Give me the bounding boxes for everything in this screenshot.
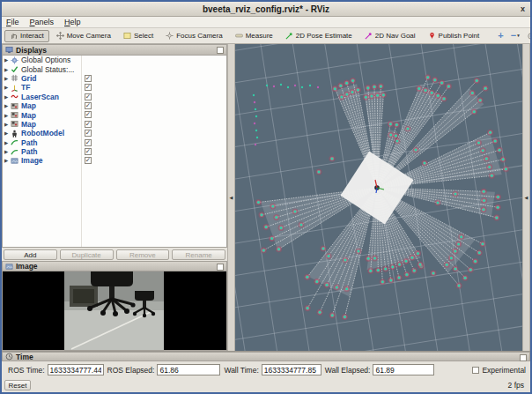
- image-panel-title: Image: [16, 262, 38, 271]
- expand-arrow-icon[interactable]: ▶: [4, 76, 11, 81]
- collapse-right-icon[interactable]: ◀: [525, 195, 528, 200]
- displays-tree: ▶Global Options▶Global Status:...▶Grid✓▶…: [2, 56, 227, 248]
- add-tool-button[interactable]: +: [495, 31, 506, 41]
- time-panel-header[interactable]: Time: [2, 352, 530, 361]
- display-row-label: Path: [21, 138, 37, 147]
- global-options-icon: [11, 56, 18, 64]
- display-enabled-checkbox[interactable]: ✓: [85, 75, 92, 82]
- toolbar: Interact Move Camera Select Focus Camera…: [2, 28, 530, 44]
- display-row-laserscan[interactable]: ▶LaserScan✓: [3, 93, 226, 101]
- display-enabled-checkbox[interactable]: ✓: [85, 139, 92, 146]
- expand-arrow-icon[interactable]: ▶: [4, 130, 11, 136]
- interact-tool-button[interactable]: Interact: [4, 30, 49, 42]
- expand-arrow-icon[interactable]: ▶: [4, 67, 11, 72]
- camera-feed: [2, 271, 227, 351]
- display-row-global-options[interactable]: ▶Global Options: [3, 56, 226, 64]
- nav-goal-tool-button[interactable]: 2D Nav Goal: [359, 30, 421, 42]
- display-row-map[interactable]: ▶Map✓: [3, 120, 226, 129]
- duplicate-button[interactable]: Duplicate: [60, 249, 114, 260]
- display-enabled-checkbox[interactable]: ✓: [85, 84, 92, 91]
- expand-arrow-icon[interactable]: ▶: [4, 149, 11, 154]
- window-title: bveeta_rviz_config.rviz* - RViz: [203, 4, 329, 14]
- display-row-robotmodel[interactable]: ▶RobotModel✓: [3, 129, 226, 138]
- menu-help[interactable]: Help: [64, 18, 81, 26]
- image-panel-header[interactable]: Image: [2, 261, 227, 271]
- image-panel-checkbox[interactable]: [217, 264, 224, 271]
- expand-arrow-icon[interactable]: ▶: [4, 103, 11, 108]
- display-row-label: Grid: [21, 74, 36, 83]
- display-row-label: Path: [21, 147, 37, 156]
- left-column: Displays ▶Global Options▶Global Status:.…: [2, 44, 227, 351]
- fps-indicator: 2 fps: [508, 381, 528, 390]
- minus-icon: −: [511, 31, 516, 41]
- display-enabled-checkbox[interactable]: ✓: [85, 102, 92, 109]
- tool-properties-button[interactable]: ▾: [524, 31, 532, 41]
- 3d-viewport[interactable]: [235, 44, 522, 351]
- laserscan-icon: [11, 93, 18, 100]
- menu-file[interactable]: File: [6, 18, 19, 26]
- display-enabled-checkbox[interactable]: ✓: [85, 93, 92, 100]
- time-field-input-3[interactable]: [373, 364, 434, 375]
- display-row-map[interactable]: ▶Map✓: [3, 101, 226, 110]
- display-enabled-checkbox[interactable]: ✓: [85, 148, 92, 155]
- select-tool-button[interactable]: Select: [118, 30, 159, 42]
- experimental-label: Experimental: [482, 366, 526, 375]
- remove-button[interactable]: Remove: [116, 249, 170, 260]
- display-row-global-status[interactable]: ▶Global Status:...: [3, 64, 226, 73]
- select-box-icon: [123, 32, 131, 40]
- time-field-label: ROS Elapsed:: [107, 366, 155, 375]
- display-row-map[interactable]: ▶Map✓: [3, 110, 226, 119]
- display-row-tf[interactable]: ▶TF✓: [3, 83, 226, 92]
- display-enabled-checkbox[interactable]: ✓: [85, 111, 92, 118]
- close-icon[interactable]: x: [521, 4, 525, 14]
- measure-tool-button[interactable]: Measure: [230, 30, 278, 42]
- path-icon: [11, 148, 18, 156]
- display-row-image[interactable]: ▶Image✓: [3, 156, 226, 165]
- display-row-path[interactable]: ▶Path✓: [3, 147, 226, 156]
- expand-arrow-icon[interactable]: ▶: [4, 158, 11, 163]
- move-camera-tool-button[interactable]: Move Camera: [51, 30, 116, 42]
- rename-button[interactable]: Rename: [172, 249, 225, 260]
- time-field-input-0[interactable]: [48, 364, 104, 375]
- experimental-checkbox[interactable]: [472, 367, 479, 374]
- time-panel-checkbox[interactable]: [520, 354, 527, 361]
- expand-arrow-icon[interactable]: ▶: [4, 122, 11, 127]
- display-enabled-checkbox[interactable]: ✓: [85, 121, 92, 128]
- tf-icon: [11, 84, 18, 92]
- title-bar: bveeta_rviz_config.rviz* - RViz x: [2, 2, 530, 17]
- display-row-grid[interactable]: ▶Grid✓: [3, 74, 226, 83]
- time-field-label: Wall Time:: [224, 366, 258, 375]
- displays-panel-checkbox[interactable]: [217, 47, 224, 54]
- display-enabled-checkbox[interactable]: ✓: [85, 130, 92, 137]
- expand-arrow-icon[interactable]: ▶: [4, 140, 11, 145]
- right-panel-splitter[interactable]: ◀: [522, 44, 530, 351]
- hand-icon: [10, 32, 18, 40]
- displays-panel-header[interactable]: Displays: [2, 44, 227, 56]
- expand-arrow-icon[interactable]: ▶: [4, 85, 11, 90]
- display-row-label: Global Options: [21, 56, 70, 64]
- status-ok-icon: [11, 65, 18, 73]
- display-enabled-checkbox[interactable]: ✓: [85, 157, 92, 164]
- experimental-option: Experimental: [472, 366, 528, 375]
- focus-camera-tool-button[interactable]: Focus Camera: [160, 30, 227, 42]
- remove-tool-button[interactable]: −▾: [508, 31, 522, 41]
- add-button[interactable]: Add: [4, 249, 57, 260]
- status-bar: Reset 2 fps: [2, 377, 530, 392]
- expand-arrow-icon[interactable]: ▶: [4, 57, 11, 63]
- display-row-path[interactable]: ▶Path✓: [3, 138, 226, 147]
- displays-panel-icon: [5, 46, 13, 54]
- expand-arrow-icon[interactable]: ▶: [4, 94, 11, 100]
- grid-icon: [11, 74, 18, 82]
- panel-splitter[interactable]: ◀: [227, 44, 235, 351]
- menu-panels[interactable]: Panels: [30, 18, 55, 26]
- eye-target-icon: [527, 32, 532, 41]
- collapse-left-icon[interactable]: ◀: [230, 195, 233, 200]
- reset-button[interactable]: Reset: [4, 380, 31, 390]
- map-icon: [11, 111, 18, 119]
- time-field-label: Wall Elapsed:: [325, 366, 371, 375]
- time-field-input-2[interactable]: [262, 364, 321, 375]
- time-field-input-1[interactable]: [157, 364, 220, 375]
- publish-point-tool-button[interactable]: Publish Point: [423, 30, 485, 42]
- pose-estimate-tool-button[interactable]: 2D Pose Estimate: [280, 30, 358, 42]
- expand-arrow-icon[interactable]: ▶: [4, 113, 11, 118]
